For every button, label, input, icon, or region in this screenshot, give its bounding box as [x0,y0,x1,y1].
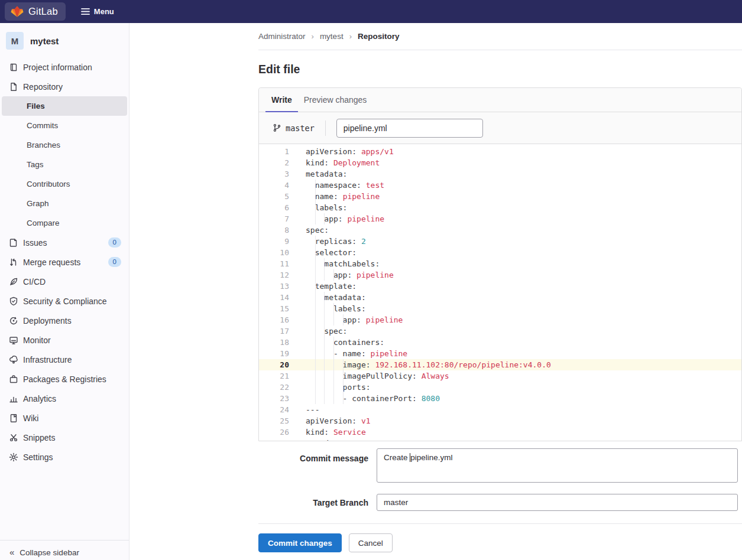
indent-guide [315,303,316,314]
commit-message-label: Commit message [258,448,377,483]
count-badge: 0 [108,237,121,248]
line-number: 17 [259,325,294,337]
line-number: 22 [259,382,294,393]
sidebar-item-deployments[interactable]: Deployments [0,311,129,330]
indent-guide [333,370,334,382]
sidebar-item-repository[interactable]: Repository [0,77,129,96]
indent-guide [333,359,334,370]
repository-icon [9,82,18,92]
sidebar-item-packages-registries[interactable]: Packages & Registries [0,369,129,389]
sidebar-item-monitor[interactable]: Monitor [0,330,129,350]
sidebar-nav: Project informationRepositoryFilesCommit… [0,56,129,467]
line-number: 13 [259,281,294,292]
line-code: name: pipeline [306,191,741,202]
sidebar-item-branches[interactable]: Branches [0,135,129,155]
editor-line: 18 containers: [259,337,741,348]
indent-guide [324,314,325,325]
sidebar-item-label: Compare [27,219,60,227]
sidebar-item-security-compliance[interactable]: Security & Compliance [0,291,129,311]
editor-line: 23 - containerPort: 8080 [259,393,741,404]
breadcrumb-item-administrator[interactable]: Administrator [258,32,306,41]
line-number: 23 [259,393,294,404]
sidebar-item-files[interactable]: Files [2,96,127,116]
line-number: 18 [259,337,294,348]
editor-line: 13 template: [259,281,741,292]
line-number: 21 [259,370,294,382]
sidebar-item-merge-requests[interactable]: Merge requests0 [0,252,129,272]
sidebar-item-commits[interactable]: Commits [0,116,129,135]
line-code: kind: Deployment [306,157,741,168]
line-code: labels: [306,202,741,213]
sidebar-item-label: Graph [27,199,49,208]
sidebar-item-graph[interactable]: Graph [0,194,129,213]
sidebar-item-contributors[interactable]: Contributors [0,174,129,194]
cancel-button[interactable]: Cancel [349,533,393,552]
line-number: 16 [259,314,294,325]
line-code: imagePullPolicy: Always [306,370,741,382]
tab-write[interactable]: Write [265,88,298,112]
line-number: 27 [259,438,294,441]
sidebar-item-label: Issues [23,238,47,248]
indent-guide [315,247,316,258]
indent-guide [315,359,316,370]
editor-line: 11 matchLabels: [259,258,741,269]
security-compliance-icon [9,297,18,306]
project-context-header[interactable]: M mytest [0,23,129,56]
collapse-sidebar-label: Collapse sidebar [20,548,79,557]
target-branch-row: Target Branch [258,494,742,511]
sidebar-item-settings[interactable]: Settings [0,447,129,467]
project-name[interactable]: mytest [30,36,59,46]
commit-message-textarea[interactable]: Create pipeline.yml [377,448,738,483]
line-code: - name: pipeline [306,348,741,359]
editor-line: 9 replicas: 2 [259,236,741,247]
sidebar-item-snippets[interactable]: Snippets [0,428,129,447]
indent-guide [333,382,334,393]
code-editor[interactable]: 1apiVersion: apps/v12kind: Deployment3me… [259,144,741,441]
indent-guide [315,325,316,337]
editor-line: 22 ports: [259,382,741,393]
breadcrumb-chevron-icon: › [312,32,314,41]
breadcrumb-item-mytest[interactable]: mytest [320,32,344,41]
tab-preview-changes[interactable]: Preview changes [298,88,373,112]
indent-guide [315,202,316,213]
indent-guide [324,370,325,382]
line-code: apiVersion: v1 [306,415,741,426]
indent-guide [343,359,344,370]
sidebar-item-project-information[interactable]: Project information [0,57,129,77]
top-navbar: GitLab Menu [0,0,742,23]
sidebar-item-label: Monitor [23,336,51,345]
issues-icon [9,238,18,248]
editor-line: 19 - name: pipeline [259,348,741,359]
branch-name: master [286,123,315,133]
line-number: 20 [259,359,294,370]
menu-button[interactable]: Menu [81,7,114,16]
indent-guide [315,348,316,359]
sidebar-item-label: CI/CD [23,277,46,286]
line-number: 8 [259,224,294,236]
line-number: 7 [259,213,294,224]
sidebar-item-tags[interactable]: Tags [0,155,129,174]
main-area: Administrator›mytest›Repository Edit fil… [129,23,742,560]
indent-guide [315,292,316,303]
indent-guide [333,314,334,325]
filename-input[interactable] [336,119,483,138]
sidebar-item-issues[interactable]: Issues0 [0,233,129,252]
sidebar-item-compare[interactable]: Compare [0,213,129,233]
sidebar-item-infrastructure[interactable]: Infrastructure [0,350,129,369]
editor-line: 12 app: pipeline [259,269,741,281]
hamburger-icon [81,8,90,15]
gitlab-home-button[interactable]: GitLab [5,2,66,21]
target-branch-input[interactable] [377,494,738,511]
sidebar-item-label: Files [27,102,45,110]
sidebar-item-analytics[interactable]: Analytics [0,389,129,408]
collapse-sidebar-button[interactable]: « Collapse sidebar [0,540,129,560]
indent-guide [324,325,325,337]
commit-changes-button[interactable]: Commit changes [258,533,342,552]
line-number: 10 [259,247,294,258]
toolbar-separator [325,121,326,136]
sidebar-item-ci-cd[interactable]: CI/CD [0,272,129,291]
sidebar-item-wiki[interactable]: Wiki [0,408,129,428]
gitlab-wordmark: GitLab [28,6,58,17]
indent-guide [343,370,344,382]
project-avatar: M [6,32,24,50]
